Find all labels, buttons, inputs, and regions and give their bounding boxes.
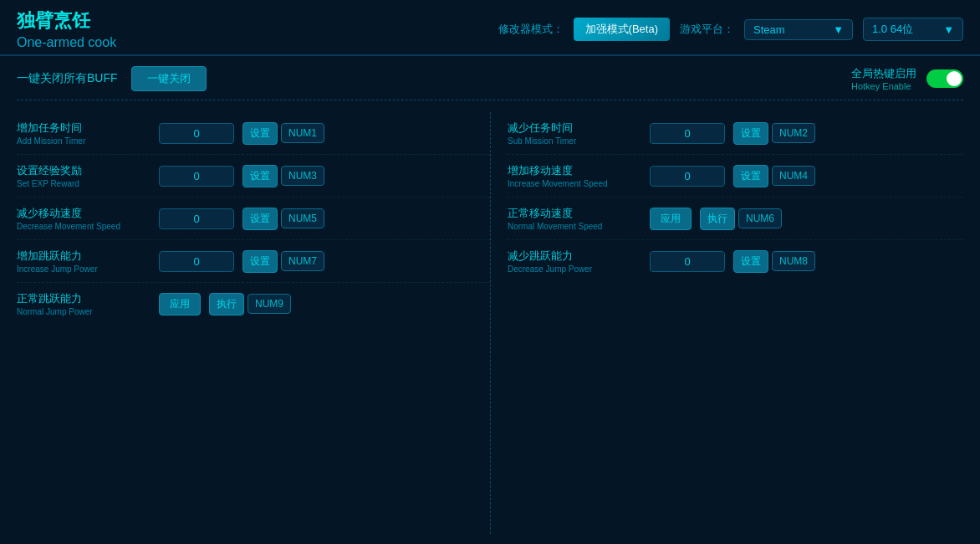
set-exp-en: Set EXP Reward [17,179,151,188]
control-row-normal-move: 正常移动速度 Normal Movement Speed 应用 执行 NUM6 [508,198,963,240]
top-bar: 一键关闭所有BUFF 一键关闭 全局热键启用 Hotkey Enable [17,66,963,100]
decrease-move-label: 减少移动速度 Decrease Movement Speed [17,206,151,231]
controls-grid: 增加任务时间 Add Mission Timer 设置 NUM1 设置经验奖励 … [17,112,963,534]
app-container: 独臂烹饪 One-armed cook 修改器模式： 加强模式(Beta) 游戏… [0,0,980,544]
increase-jump-btn-group: 设置 NUM7 [242,250,324,273]
increase-jump-set-btn[interactable]: 设置 [242,250,278,273]
hotkey-cn: 全局热键启用 [851,66,916,81]
controls-right: 减少任务时间 Sub Mission Timer 设置 NUM2 增加移动速度 … [490,112,963,534]
normal-jump-key: NUM9 [248,294,291,314]
decrease-jump-en: Decrease Jump Power [508,264,641,274]
decrease-move-cn: 减少移动速度 [17,206,151,221]
increase-move-label: 增加移动速度 Increase Movement Speed [508,163,641,188]
sub-mission-timer-key: NUM2 [772,123,815,143]
normal-move-exec-btn[interactable]: 执行 [700,208,735,230]
set-exp-cn: 设置经验奖励 [17,163,151,178]
control-row-normal-jump: 正常跳跃能力 Normal Jump Power 应用 执行 NUM9 [17,283,490,325]
increase-move-btn-group: 设置 NUM4 [733,165,815,187]
sub-mission-timer-label: 减少任务时间 Sub Mission Timer [508,121,641,146]
decrease-move-en: Decrease Movement Speed [17,222,151,231]
normal-move-en: Normal Movement Speed [508,222,641,231]
normal-move-cn: 正常移动速度 [508,206,641,221]
sub-mission-timer-input[interactable] [650,123,725,144]
title-en: One-armed cook [17,35,116,50]
hotkey-toggle[interactable] [926,69,963,88]
add-mission-timer-cn: 增加任务时间 [17,121,151,136]
hotkey-label: 全局热键启用 Hotkey Enable [851,66,916,91]
sub-mission-timer-en: Sub Mission Timer [508,136,641,146]
header: 独臂烹饪 One-armed cook 修改器模式： 加强模式(Beta) 游戏… [0,0,980,55]
add-mission-timer-input[interactable] [159,123,234,144]
normal-move-key: NUM6 [738,208,782,228]
decrease-jump-key: NUM8 [772,251,815,271]
sub-mission-timer-cn: 减少任务时间 [508,121,641,136]
add-mission-timer-label: 增加任务时间 Add Mission Timer [17,121,151,146]
increase-move-key: NUM4 [772,166,815,186]
version-chevron-icon: ▼ [943,23,954,36]
platform-value: Steam [753,23,785,36]
platform-select[interactable]: Steam ▼ [744,19,853,40]
control-row-sub-mission-timer: 减少任务时间 Sub Mission Timer 设置 NUM2 [508,112,963,155]
decrease-jump-btn-group: 设置 NUM8 [733,250,815,273]
increase-move-input[interactable] [650,166,725,187]
control-row-add-mission-timer: 增加任务时间 Add Mission Timer 设置 NUM1 [17,112,490,155]
increase-move-cn: 增加移动速度 [508,163,641,178]
controls-left: 增加任务时间 Add Mission Timer 设置 NUM1 设置经验奖励 … [17,112,490,534]
set-exp-key: NUM3 [281,166,324,186]
top-bar-left: 一键关闭所有BUFF 一键关闭 [17,66,207,91]
decrease-move-btn-group: 设置 NUM5 [242,208,324,230]
normal-move-label: 正常移动速度 Normal Movement Speed [508,206,641,231]
header-left: 独臂烹饪 One-armed cook [17,8,116,50]
add-mission-timer-en: Add Mission Timer [17,136,151,146]
hotkey-en: Hotkey Enable [851,81,911,91]
title-cn: 独臂烹饪 [17,8,116,33]
close-all-button[interactable]: 一键关闭 [131,66,207,91]
set-exp-input[interactable] [159,166,234,187]
modifier-label: 修改器模式： [498,22,564,37]
increase-jump-key: NUM7 [281,251,324,271]
platform-label: 游戏平台： [680,22,734,37]
normal-jump-apply-btn[interactable]: 应用 [159,293,201,316]
increase-jump-en: Increase Jump Power [17,264,151,274]
control-row-increase-move: 增加移动速度 Increase Movement Speed 设置 NUM4 [508,155,963,198]
decrease-jump-set-btn[interactable]: 设置 [733,250,768,273]
normal-jump-btn-group: 执行 NUM9 [209,293,291,316]
normal-jump-en: Normal Jump Power [17,307,151,316]
normal-jump-label: 正常跳跃能力 Normal Jump Power [17,291,151,316]
control-row-increase-jump: 增加跳跃能力 Increase Jump Power 设置 NUM7 [17,240,490,283]
add-mission-timer-key: NUM1 [281,123,324,143]
set-exp-set-btn[interactable]: 设置 [242,165,278,187]
normal-move-btn-group: 执行 NUM6 [700,208,782,230]
normal-jump-cn: 正常跳跃能力 [17,291,151,306]
version-select[interactable]: 1.0 64位 ▼ [863,18,963,41]
header-right: 修改器模式： 加强模式(Beta) 游戏平台： Steam ▼ 1.0 64位 … [498,18,963,41]
increase-move-set-btn[interactable]: 设置 [733,165,768,187]
increase-jump-cn: 增加跳跃能力 [17,249,151,264]
decrease-move-set-btn[interactable]: 设置 [242,208,278,230]
sub-mission-timer-set-btn[interactable]: 设置 [733,122,768,145]
control-row-set-exp: 设置经验奖励 Set EXP Reward 设置 NUM3 [17,155,490,198]
normal-jump-exec-btn[interactable]: 执行 [209,293,244,316]
increase-jump-label: 增加跳跃能力 Increase Jump Power [17,249,151,274]
mode-button[interactable]: 加强模式(Beta) [574,18,670,41]
control-row-decrease-move: 减少移动速度 Decrease Movement Speed 设置 NUM5 [17,198,490,240]
platform-chevron-icon: ▼ [833,23,844,36]
decrease-jump-cn: 减少跳跃能力 [508,249,641,264]
add-mission-timer-btn-group: 设置 NUM1 [242,122,324,145]
increase-jump-input[interactable] [159,251,234,272]
decrease-jump-label: 减少跳跃能力 Decrease Jump Power [508,249,641,274]
sub-mission-timer-btn-group: 设置 NUM2 [733,122,815,145]
normal-move-apply-btn[interactable]: 应用 [650,208,692,230]
set-exp-btn-group: 设置 NUM3 [242,165,324,187]
top-bar-right: 全局热键启用 Hotkey Enable [851,66,963,91]
main-content: 一键关闭所有BUFF 一键关闭 全局热键启用 Hotkey Enable [0,56,980,544]
control-row-decrease-jump: 减少跳跃能力 Decrease Jump Power 设置 NUM8 [508,240,963,282]
set-exp-label: 设置经验奖励 Set EXP Reward [17,163,151,188]
decrease-move-input[interactable] [159,208,234,229]
toggle-knob [947,71,962,86]
increase-move-en: Increase Movement Speed [508,179,641,188]
decrease-move-key: NUM5 [281,208,324,228]
add-mission-timer-set-btn[interactable]: 设置 [242,122,278,145]
decrease-jump-input[interactable] [650,251,725,272]
close-all-label: 一键关闭所有BUFF [17,71,118,86]
